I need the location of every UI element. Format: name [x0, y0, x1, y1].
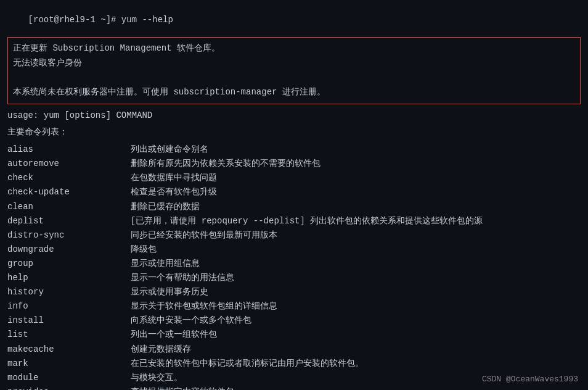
command-name: group — [7, 257, 131, 271]
command-table: alias列出或创建命令别名autoremove删除所有原先因为依赖关系安装的不… — [7, 143, 581, 390]
command-row: deplist[已弃用，请使用 repoquery --deplist] 列出软… — [7, 214, 581, 228]
terminal: [root@rhel9-1 ~]# yum --help 正在更新 Subscr… — [0, 0, 588, 390]
watermark: CSDN @OceanWaves1993 — [482, 375, 578, 384]
command-name: check-update — [7, 185, 131, 199]
command-row: provides查找提供指定内容的软件包 — [7, 385, 581, 390]
command-desc: 显示或使用组信息 — [131, 257, 581, 271]
command-desc: 创建元数据缓存 — [131, 342, 581, 357]
command-desc: 显示关于软件包或软件包组的详细信息 — [131, 299, 581, 313]
command-row: downgrade降级包 — [7, 243, 581, 257]
command-desc: 显示或使用事务历史 — [131, 285, 581, 299]
command-desc: 列出一个或一组软件包 — [131, 328, 581, 342]
command-row: check在包数据库中寻找问题 — [7, 171, 581, 185]
warning-line2: 无法读取客户身份 — [13, 56, 575, 71]
section-title: 主要命令列表： — [7, 127, 581, 138]
command-desc: [已弃用，请使用 repoquery --deplist] 列出软件包的依赖关系… — [131, 214, 581, 228]
prompt-text: [root@rhel9-1 ~]# yum --help — [28, 15, 173, 25]
command-row: clean删除已缓存的数据 — [7, 200, 581, 214]
command-name: downgrade — [7, 243, 131, 257]
warning-line1: 正在更新 Subscription Management 软件仓库。 — [13, 41, 575, 56]
command-row: distro-sync同步已经安装的软件包到最新可用版本 — [7, 228, 581, 243]
command-desc: 在包数据库中寻找问题 — [131, 171, 581, 185]
command-desc: 显示一个有帮助的用法信息 — [131, 271, 581, 285]
command-desc: 删除已缓存的数据 — [131, 200, 581, 214]
prompt-line: [root@rhel9-1 ~]# yum --help — [7, 5, 581, 35]
command-name: info — [7, 299, 131, 313]
command-row: list列出一个或一组软件包 — [7, 328, 581, 342]
command-name: clean — [7, 200, 131, 214]
command-row: info显示关于软件包或软件包组的详细信息 — [7, 299, 581, 313]
command-row: group显示或使用组信息 — [7, 257, 581, 271]
command-desc: 在已安装的软件包中标记或者取消标记由用户安装的软件包。 — [131, 357, 581, 371]
command-name: history — [7, 285, 131, 299]
command-row: makecache创建元数据缓存 — [7, 342, 581, 357]
command-name: help — [7, 271, 131, 285]
command-row: history显示或使用事务历史 — [7, 285, 581, 299]
subscription-warning-box: 正在更新 Subscription Management 软件仓库。 无法读取客… — [7, 37, 581, 104]
command-name: makecache — [7, 342, 131, 357]
command-desc: 降级包 — [131, 243, 581, 257]
command-name: module — [7, 371, 131, 385]
warning-line3 — [13, 71, 575, 86]
command-row: check-update检查是否有软件包升级 — [7, 185, 581, 199]
command-desc: 删除所有原先因为依赖关系安装的不需要的软件包 — [131, 157, 581, 171]
command-name: autoremove — [7, 157, 131, 171]
command-name: provides — [7, 385, 131, 390]
command-name: mark — [7, 357, 131, 371]
command-name: alias — [7, 143, 131, 157]
warning-line4: 本系统尚未在权利服务器中注册。可使用 subscription-manager … — [13, 85, 575, 100]
command-desc: 检查是否有软件包升级 — [131, 185, 581, 199]
command-row: autoremove删除所有原先因为依赖关系安装的不需要的软件包 — [7, 157, 581, 171]
command-name: install — [7, 313, 131, 328]
command-row: help显示一个有帮助的用法信息 — [7, 271, 581, 285]
command-desc: 查找提供指定内容的软件包 — [131, 385, 581, 390]
command-name: check — [7, 171, 131, 185]
command-name: distro-sync — [7, 228, 131, 243]
command-row: alias列出或创建命令别名 — [7, 143, 581, 157]
command-desc: 列出或创建命令别名 — [131, 143, 581, 157]
command-name: deplist — [7, 214, 131, 228]
command-desc: 同步已经安装的软件包到最新可用版本 — [131, 228, 581, 243]
command-row: mark在已安装的软件包中标记或者取消标记由用户安装的软件包。 — [7, 357, 581, 371]
command-row: install向系统中安装一个或多个软件包 — [7, 313, 581, 328]
usage-line: usage: yum [options] COMMAND — [7, 110, 581, 120]
command-name: list — [7, 328, 131, 342]
command-desc: 向系统中安装一个或多个软件包 — [131, 313, 581, 328]
